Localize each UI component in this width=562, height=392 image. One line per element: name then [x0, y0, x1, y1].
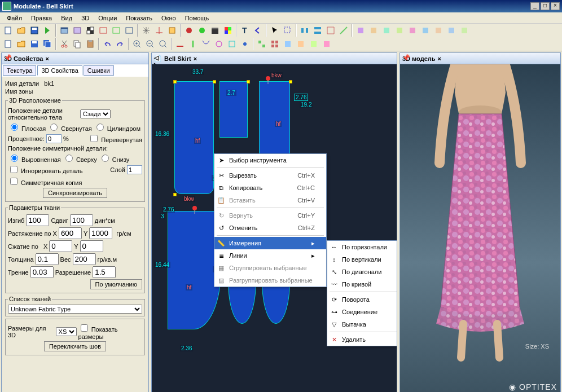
canvas-close-icon[interactable]: × [194, 55, 197, 62]
sub-item-diag[interactable]: ⤡По диагонали [327, 266, 397, 278]
tb2-undo-icon[interactable] [101, 38, 113, 50]
fabric-type-select[interactable]: Unknown Fabric Type [8, 305, 142, 314]
stretchy-input[interactable] [89, 227, 112, 239]
menu-3d[interactable]: 3D [77, 14, 94, 23]
radio-aligned[interactable]: Выровненная [8, 153, 61, 163]
tb2-m3-icon[interactable] [200, 38, 212, 50]
radio-rolled[interactable]: Свернутая [47, 122, 92, 132]
radio-top[interactable]: Сверху [63, 153, 97, 163]
tb2-m1-icon[interactable] [174, 38, 186, 50]
ctx-item-cut[interactable]: ✂ВырезатьCtrl+X [214, 169, 326, 182]
tb-align4-icon[interactable] [337, 24, 350, 37]
tb-color-icon[interactable] [222, 24, 234, 37]
radio-flat[interactable]: Плоская [8, 122, 46, 132]
tab-3dprops[interactable]: 3D Свойства [37, 65, 82, 76]
menu-view[interactable]: Вид [56, 14, 77, 23]
menu-file[interactable]: Файл [2, 14, 27, 23]
model-close-icon[interactable]: × [438, 55, 441, 62]
check-ignore[interactable]: Игнорировать деталь [8, 164, 82, 175]
tb2-copy-icon[interactable] [71, 38, 84, 50]
tab-seams[interactable]: Сшивки [84, 65, 114, 76]
tb-frame3-icon[interactable] [123, 24, 135, 37]
tb-back-icon[interactable] [252, 24, 264, 37]
ctx-item-tool[interactable]: ➤Выбор инструмента [214, 154, 326, 166]
sub-item-delete[interactable]: ✕Удалить [327, 333, 397, 346]
ctx-item-undo[interactable]: ↺ОтменитьCtrl+Z [214, 222, 326, 234]
compressy-input[interactable] [80, 240, 103, 252]
tb-a2-icon[interactable] [367, 24, 380, 37]
tb-pointer-icon[interactable] [269, 24, 281, 37]
sub-item-curve[interactable]: 〰По кривой [327, 278, 397, 290]
tb2-redo-icon[interactable] [114, 38, 126, 50]
canvas-nav-icon[interactable]: ◁ ▷ [154, 54, 161, 63]
toggle-seam-button[interactable]: Переключить шов [44, 341, 106, 351]
tb-mesh-icon[interactable] [140, 24, 152, 37]
tb-film1-icon[interactable] [58, 24, 71, 37]
menu-window[interactable]: Окно [157, 14, 181, 23]
tb2-m4-icon[interactable] [213, 38, 225, 50]
tb2-cut-icon[interactable] [58, 38, 71, 50]
resolution-input[interactable] [93, 266, 116, 278]
tb-new-icon[interactable] [2, 24, 15, 37]
maximize-button[interactable]: □ [541, 2, 550, 10]
document-tab[interactable]: Bell Skirt [164, 55, 191, 62]
radio-cylinder[interactable]: Цилиндром [94, 122, 140, 132]
tb-align2-icon[interactable] [311, 24, 324, 37]
tb2-g1-icon[interactable] [256, 38, 268, 50]
shift-input[interactable] [70, 214, 93, 226]
tb-frame2-icon[interactable] [110, 24, 122, 37]
tb-save-icon[interactable] [28, 24, 41, 37]
tb-rec2-icon[interactable] [196, 24, 208, 37]
pattern-canvas[interactable]: 33.7 2.7 2.76 19.2 16.36 3.0 3 2.76 16.4… [152, 64, 397, 392]
sub-item-horiz[interactable]: ↔По горизонтали [327, 241, 397, 253]
pin-icon[interactable]: 📌 [4, 54, 11, 63]
pushpin-icon-1[interactable] [265, 76, 271, 85]
tb-film2-icon[interactable] [71, 24, 84, 37]
tb-frame1-icon[interactable] [97, 24, 109, 37]
tb2-new-icon[interactable] [2, 38, 15, 50]
layer-input[interactable] [127, 165, 142, 174]
tb-a6-icon[interactable] [419, 24, 432, 37]
tb-clap-icon[interactable] [209, 24, 221, 37]
tb-rec1-icon[interactable] [183, 24, 195, 37]
tb2-paste-icon[interactable] [84, 38, 96, 50]
tb2-open-icon[interactable] [15, 38, 28, 50]
sub-item-dart[interactable]: ▽Вытачка [327, 318, 397, 331]
radio-bottom[interactable]: Снизу [99, 153, 130, 163]
tb2-m5-icon[interactable] [226, 38, 238, 50]
tb2-save-icon[interactable] [28, 38, 41, 50]
sub-item-rotate[interactable]: ⟳Поворота [327, 293, 397, 306]
tb-a4-icon[interactable] [393, 24, 406, 37]
ctx-item-lines[interactable]: ≣Линии▸ [214, 249, 326, 262]
tab-texture[interactable]: Текстура [3, 65, 36, 76]
check-symcopy[interactable]: Симметричная копия [8, 176, 82, 187]
default-button[interactable]: По умолчанию [90, 279, 142, 289]
tb-a5-icon[interactable] [406, 24, 419, 37]
ctx-item-copy[interactable]: ⧉КопироватьCtrl+C [214, 182, 326, 194]
weight-input[interactable] [73, 253, 96, 265]
pushpin-icon-2[interactable] [191, 205, 198, 214]
tb2-zoomin-icon[interactable] [131, 38, 143, 50]
position-select[interactable]: Сзади [80, 109, 111, 118]
sub-item-connect[interactable]: ⊶Соединение [327, 306, 397, 318]
thickness-input[interactable] [36, 253, 59, 265]
tb2-g5-icon[interactable] [308, 38, 320, 50]
tb-axis-icon[interactable] [153, 24, 165, 37]
size-select[interactable]: XS [56, 327, 77, 336]
tb-align3-icon[interactable] [324, 24, 337, 37]
check-show-sizes[interactable]: Показать размеры [78, 323, 142, 340]
stretchx-input[interactable] [59, 227, 82, 239]
tb2-m6-icon[interactable] [239, 38, 251, 50]
tb-checker-icon[interactable] [84, 24, 96, 37]
menu-edit[interactable]: Правка [27, 14, 56, 23]
bend-input[interactable] [26, 214, 49, 226]
tb2-g4-icon[interactable] [295, 38, 307, 50]
tb-select-icon[interactable] [282, 24, 294, 37]
close-button[interactable]: × [551, 2, 560, 10]
sync-button[interactable]: Синхронизировать [43, 188, 107, 198]
tb-a1-icon[interactable] [354, 24, 367, 37]
panel-close-icon[interactable]: × [45, 55, 49, 62]
menu-options[interactable]: Опции [94, 14, 121, 23]
model-pin-icon[interactable]: 📌 [402, 54, 409, 63]
tb2-m2-icon[interactable] [187, 38, 199, 50]
